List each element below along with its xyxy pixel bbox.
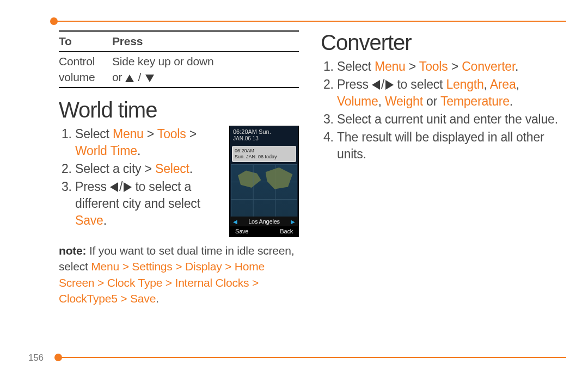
list-item: Select Menu > Tools > Converter. (337, 58, 561, 75)
menu-path: Length (446, 77, 483, 91)
content-columns: To Press Control volume Side key up or d… (59, 30, 561, 345)
slash: / (118, 178, 124, 195)
right-arrow-icon: ▶ (291, 219, 295, 225)
text: Press (75, 180, 110, 194)
list-item: Select a current unit and enter the valu… (337, 111, 561, 128)
thumb-card-time: 06:20AM (235, 148, 293, 154)
text: , (378, 94, 385, 108)
header-rule (54, 21, 566, 22)
text: , (516, 77, 519, 91)
table-head-press: Press (112, 32, 299, 51)
text: Control (59, 55, 95, 67)
table-header: To Press (59, 32, 299, 52)
text: Side key up or down (112, 55, 213, 67)
right-triangle-icon (124, 182, 132, 192)
text: > (144, 127, 157, 141)
text: . (189, 162, 193, 176)
left-triangle-icon (372, 80, 380, 90)
left-triangle-icon (110, 182, 118, 192)
menu-path: Tools (157, 127, 186, 141)
list-item: Press / to select a different city and s… (75, 178, 223, 229)
world-time-body: Select Menu > Tools > World Time. Select… (59, 126, 299, 237)
steps-list: Select Menu > Tools > Converter. Press /… (321, 58, 561, 163)
world-time-note: note: If you want to set dual time in id… (59, 243, 299, 307)
text: > (406, 59, 419, 73)
table-cell-key: Side key up or down or / (112, 52, 299, 87)
menu-path: Converter (462, 59, 515, 73)
menu-path: Select (155, 162, 189, 176)
list-item: Press / to select Length, Area, Volume, … (337, 76, 561, 110)
down-triangle-icon (145, 75, 154, 82)
menu-path: Save (75, 213, 103, 227)
text: . (515, 59, 518, 73)
text: Select (337, 59, 375, 73)
thumb-city-row: ◀ Los Angeles ▶ (230, 217, 298, 226)
thumb-date: JAN.06 13 (233, 135, 295, 142)
list-item: Select Menu > Tools > World Time. (75, 126, 223, 159)
thumb-local-card: 06:20AM Sun. JAN. 06 today (232, 146, 296, 162)
right-column: Converter Select Menu > Tools > Converte… (321, 30, 561, 345)
world-time-screenshot: 06:20AM Sun. JAN.06 13 06:20AM Sun. JAN.… (229, 126, 299, 237)
slash: / (137, 70, 143, 85)
text: > (448, 59, 462, 73)
text: to select (394, 77, 446, 91)
page-number: 156 (28, 353, 44, 363)
converter-heading: Converter (321, 30, 561, 55)
text: . (103, 213, 107, 227)
text: or (423, 94, 440, 108)
left-arrow-icon: ◀ (233, 219, 237, 225)
menu-path: Menu (375, 59, 406, 73)
right-triangle-icon (385, 80, 394, 90)
table-head-to: To (59, 32, 112, 51)
menu-path: Weight (385, 94, 423, 108)
list-item: The result will be displayed in all othe… (337, 129, 561, 163)
text: or (112, 71, 125, 83)
text: . (137, 144, 140, 158)
note-label: note: (59, 244, 86, 257)
menu-path: Area (490, 77, 516, 91)
text: , (484, 77, 490, 91)
text: Select (75, 127, 113, 141)
text: . (156, 292, 159, 305)
text: Press (337, 77, 372, 91)
text: volume (59, 71, 95, 83)
slash: / (380, 76, 385, 93)
world-time-steps: Select Menu > Tools > World Time. Select… (59, 126, 223, 230)
footer-rule (60, 357, 566, 358)
menu-path: Menu (113, 127, 144, 141)
manual-page: To Press Control volume Side key up or d… (0, 0, 588, 383)
steps-list: Select Menu > Tools > World Time. Select… (59, 126, 223, 229)
list-item: Select a city > Select. (75, 160, 223, 177)
thumb-time: 06:20AM Sun. (233, 128, 295, 135)
thumb-world-map (231, 164, 297, 217)
menu-path: Tools (419, 59, 448, 73)
menu-path: World Time (75, 144, 137, 158)
thumb-city-label: Los Angeles (248, 218, 280, 225)
thumb-card-date: Sun. JAN. 06 today (235, 154, 293, 160)
thumb-softkeys: Save Back (230, 226, 298, 237)
text: Select a city > (75, 162, 155, 176)
key-press-table: To Press Control volume Side key up or d… (59, 30, 299, 88)
table-row: Control volume Side key up or down or / (59, 52, 299, 87)
table-cell-action: Control volume (59, 52, 112, 87)
softkey-back: Back (280, 228, 293, 234)
text: . (510, 94, 513, 108)
world-time-heading: World time (59, 98, 299, 122)
text: > (186, 127, 197, 141)
left-column: To Press Control volume Side key up or d… (59, 30, 299, 345)
thumb-header: 06:20AM Sun. JAN.06 13 (230, 126, 298, 144)
menu-path: Temperature (440, 94, 510, 108)
up-triangle-icon (125, 75, 134, 82)
menu-path: Volume (337, 94, 378, 108)
map-grid-icon (231, 164, 297, 217)
softkey-save: Save (235, 228, 248, 234)
